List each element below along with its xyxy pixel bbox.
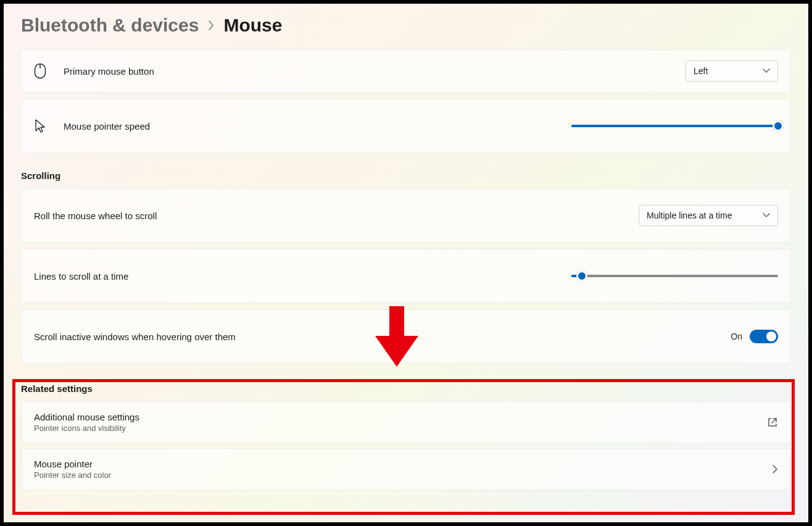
- dropdown-value: Multiple lines at a time: [647, 211, 732, 220]
- setting-scroll-inactive: Scroll inactive windows when hovering ov…: [21, 309, 791, 364]
- chevron-down-icon: [763, 213, 770, 218]
- mouse-icon: [34, 63, 46, 79]
- open-external-icon: [767, 417, 778, 428]
- primary-button-dropdown[interactable]: Left: [686, 61, 778, 81]
- settings-mouse-page: Bluetooth & devices Mouse Primary mouse …: [4, 4, 808, 522]
- setting-label: Primary mouse button: [64, 66, 686, 77]
- setting-label: Mouse pointer speed: [64, 121, 571, 132]
- scroll-lines-slider[interactable]: [571, 270, 778, 282]
- scroll-mode-dropdown[interactable]: Multiple lines at a time: [639, 205, 778, 226]
- breadcrumb: Bluetooth & devices Mouse: [21, 15, 791, 36]
- page-title: Mouse: [223, 15, 282, 36]
- link-title: Mouse pointer: [34, 459, 772, 469]
- link-subtitle: Pointer icons and visibility: [34, 424, 767, 433]
- chevron-right-icon: [207, 20, 215, 31]
- setting-scroll-lines: Lines to scroll at a time: [21, 249, 791, 303]
- toggle-knob: [766, 332, 776, 341]
- setting-label: Roll the mouse wheel to scroll: [34, 211, 639, 221]
- slider-thumb[interactable]: [773, 120, 784, 132]
- chevron-right-icon: [772, 464, 778, 474]
- slider-thumb[interactable]: [576, 270, 587, 282]
- setting-scroll-mode: Roll the mouse wheel to scroll Multiple …: [21, 188, 791, 243]
- link-title: Additional mouse settings: [34, 412, 767, 422]
- scroll-inactive-toggle[interactable]: [750, 330, 778, 343]
- cursor-arrow-icon: [34, 119, 46, 133]
- link-additional-mouse-settings[interactable]: Additional mouse settings Pointer icons …: [21, 401, 791, 443]
- setting-label: Scroll inactive windows when hovering ov…: [34, 332, 731, 342]
- annotation-highlight-box: [12, 379, 795, 515]
- pointer-speed-slider[interactable]: [571, 120, 778, 132]
- setting-primary-mouse-button: Primary mouse button Left: [21, 49, 791, 93]
- breadcrumb-parent[interactable]: Bluetooth & devices: [21, 15, 199, 36]
- slider-track: [571, 275, 778, 277]
- setting-label: Lines to scroll at a time: [34, 271, 571, 282]
- chevron-down-icon: [763, 69, 770, 73]
- toggle-state-label: On: [731, 332, 742, 341]
- setting-pointer-speed: Mouse pointer speed: [21, 99, 791, 153]
- link-subtitle: Pointer size and color: [34, 470, 772, 480]
- dropdown-value: Left: [694, 66, 708, 76]
- slider-fill: [571, 125, 778, 127]
- link-mouse-pointer[interactable]: Mouse pointer Pointer size and color: [21, 448, 791, 490]
- section-title-related: Related settings: [21, 383, 791, 394]
- section-title-scrolling: Scrolling: [21, 170, 791, 181]
